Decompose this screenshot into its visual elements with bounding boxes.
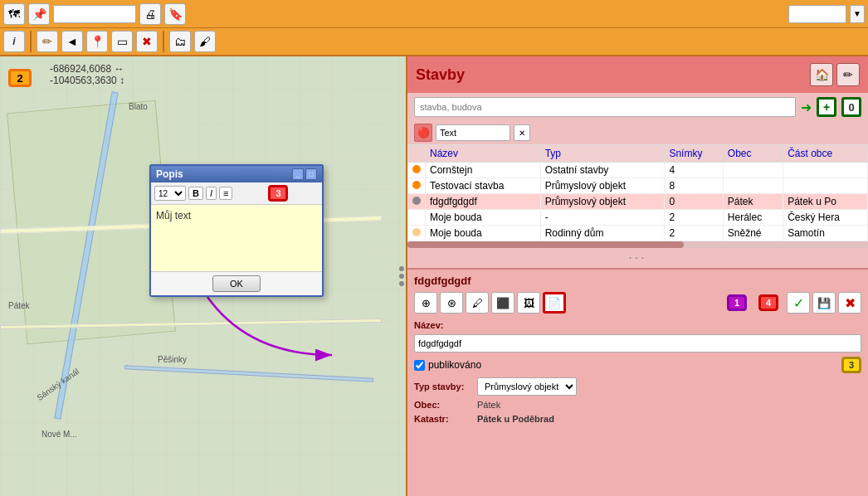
row-obec: Sněžné (723, 226, 783, 241)
detail-globe-btn[interactable]: ⊕ (414, 292, 437, 314)
row-name: Moje bouda (426, 210, 541, 226)
detail-dot-btn[interactable]: ⬛ (491, 292, 514, 314)
popis-minimize-btn[interactable]: _ (292, 168, 304, 180)
stavby-header-icons: 🏠 ✏ (810, 63, 860, 86)
row-type: Průmyslový objekt (540, 194, 665, 210)
popis-dialog: Popis _ □ 12 14 16 B I ≡ 3 (149, 164, 324, 297)
nazev-input[interactable] (414, 334, 861, 353)
popis-list-btn[interactable]: ≡ (219, 187, 232, 200)
nazev-row: Název: (414, 320, 861, 330)
popis-body[interactable]: Můj text (151, 205, 322, 271)
delete-btn[interactable]: ✖ (136, 31, 158, 52)
publikovano-checkbox[interactable] (414, 360, 425, 371)
stavby-edit-btn[interactable]: ✏ (836, 63, 860, 86)
table-hscroll-thumb (407, 241, 684, 248)
publikovano-label: publikováno (428, 359, 481, 371)
detail-edit-btn[interactable]: 🖊 (466, 292, 489, 314)
coord-y: -1040563,3630 ↕ (50, 75, 124, 86)
badge-4: 4 (758, 294, 778, 311)
table-hscroll[interactable] (407, 241, 868, 248)
th-typ[interactable]: Typ (540, 145, 665, 163)
map-label-pesiny: Pěšinky (158, 355, 187, 364)
katastr-row: Katastr: Pátek u Poděbrad (414, 414, 861, 424)
detail-cancel-btn[interactable]: ✖ (838, 292, 861, 314)
arrow-overlay (199, 289, 349, 372)
info-btn[interactable]: i (3, 31, 25, 52)
table-header: Název Typ Snímky Obec Část obce (408, 145, 868, 163)
row-name: Testovací stavba (426, 178, 541, 194)
toolbar-btn-nav2[interactable]: 📌 (28, 3, 50, 25)
obec-value: Pátek (477, 400, 500, 410)
coordinates: -686924,6068 ↔ -1040563,3630 ↕ (50, 63, 124, 86)
filter-bar: 🔴 ✕ (407, 121, 868, 144)
table-row[interactable]: fdgdfgdgdf Průmyslový objekt 0 Pátek Pát… (408, 194, 868, 210)
popis-toolbar: 12 14 16 B I ≡ 3 (151, 182, 322, 205)
table-row[interactable]: Testovací stavba Průmyslový objekt 8 (408, 178, 868, 194)
table-body: Cornštejn Ostatní stavby 4 Testovací sta… (408, 163, 868, 241)
detail-panel: fdgdfgdgdf ⊕ ⊛ 🖊 ⬛ 🖼 📄 1 4 ✓ 💾 ✖ (407, 268, 868, 496)
row-cast (783, 178, 868, 194)
table-scroll[interactable]: Název Typ Snímky Obec Část obce Cornštej… (407, 144, 868, 241)
rect-btn[interactable]: ▭ (111, 31, 133, 52)
row-type: Průmyslový objekt (540, 178, 665, 194)
search-num-badge: 0 (841, 97, 861, 117)
map-side-dots (399, 266, 404, 286)
search-add-btn[interactable]: + (817, 97, 836, 117)
toolbar-btn-nav1[interactable]: 🗺 (3, 3, 25, 25)
detail-move-btn[interactable]: ⊛ (440, 292, 463, 314)
edit-pencil-btn[interactable]: ✏ (37, 31, 58, 52)
row-snimky: 8 (665, 178, 723, 194)
popis-title-bar: Popis _ □ (151, 166, 322, 182)
row-dot-cell (408, 210, 426, 226)
zoom-value[interactable]: 20 000 (788, 5, 846, 23)
popis-maximize-btn[interactable]: □ (305, 168, 317, 180)
typ-stavby-select[interactable]: Průmyslový objekt Rodinný dům Ostatní st… (477, 377, 577, 396)
th-dot[interactable] (408, 145, 426, 163)
popis-font-size-select[interactable]: 12 14 16 (154, 186, 186, 201)
filter-clear-btn[interactable]: ✕ (514, 124, 530, 141)
row-name: Moje bouda (426, 226, 541, 241)
layer-btn[interactable]: 🗂 (169, 31, 191, 52)
main-area: -686924,6068 ↔ -1040563,3630 ↕ Blato Pát… (0, 56, 868, 496)
right-panel: Stavby 🏠 ✏ ➜ + 0 🔴 ✕ Náz (407, 56, 868, 496)
paint-btn[interactable]: 🖌 (194, 31, 216, 52)
popis-title-icons: _ □ (292, 168, 317, 180)
row-snimky: 2 (665, 226, 723, 241)
toolbar-btn-bookmark[interactable]: 🔖 (164, 3, 186, 25)
arrow-left-btn[interactable]: ◄ (61, 31, 83, 52)
popis-bold-btn[interactable]: B (188, 187, 203, 200)
search-stavba-input[interactable] (414, 97, 796, 117)
map-area[interactable]: -686924,6068 ↔ -1040563,3630 ↕ Blato Pát… (0, 56, 407, 496)
th-obec[interactable]: Obec (723, 145, 783, 163)
pin-btn[interactable]: 📍 (86, 31, 108, 52)
publikovano-row: publikováno 3 (414, 357, 861, 373)
th-snimky[interactable]: Snímky (665, 145, 723, 163)
toolbar-search-input[interactable] (53, 5, 136, 23)
table-row[interactable]: Moje bouda Rodinný dům 2 Sněžné Samotín (408, 226, 868, 241)
badge-3-detail: 3 (841, 357, 861, 373)
popis-italic-btn[interactable]: I (206, 187, 217, 200)
toolbar-second: i ✏ ◄ 📍 ▭ ✖ 🗂 🖌 (0, 28, 868, 56)
row-snimky: 2 (665, 210, 723, 226)
detail-copy-btn[interactable]: 📄 (543, 292, 566, 314)
nazev-input-row (414, 334, 861, 357)
table-row[interactable]: Cornštejn Ostatní stavby 4 (408, 163, 868, 178)
table-row[interactable]: Moje bouda - 2 Herálec Český Hera (408, 210, 868, 226)
filter-icon-btn[interactable]: 🔴 (414, 124, 432, 142)
detail-title: fdgdfgdgdf (414, 275, 861, 287)
filter-text-input[interactable] (436, 124, 510, 141)
toolbar-btn-print[interactable]: 🖨 (139, 3, 161, 25)
map-background: -686924,6068 ↔ -1040563,3630 ↕ Blato Pát… (0, 56, 406, 496)
badge-3-dialog: 3 (268, 185, 288, 202)
th-cast[interactable]: Část obce (783, 145, 868, 163)
popis-ok-btn[interactable]: OK (212, 275, 261, 292)
detail-check-btn[interactable]: ✓ (787, 292, 810, 314)
th-nazev[interactable]: Název (426, 145, 541, 163)
popis-text-content: Můj text (156, 210, 191, 221)
detail-save-btn[interactable]: 💾 (812, 292, 836, 314)
zoom-dropdown-btn[interactable]: ▼ (850, 5, 865, 23)
arrow-svg (199, 289, 349, 372)
stavby-home-btn[interactable]: 🏠 (810, 63, 833, 86)
detail-photo-btn[interactable]: 🖼 (517, 292, 540, 314)
typ-stavby-label: Typ stavby: (414, 382, 472, 391)
